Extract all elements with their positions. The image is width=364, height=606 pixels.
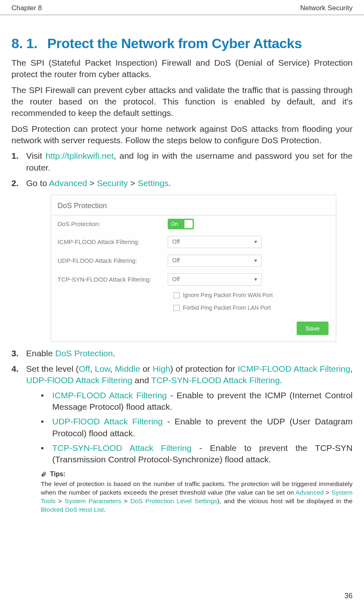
page-content: 8. 1.Protect the Network from Cyber Atta… — [0, 15, 364, 514]
bullet-list: ICMP-FLOOD Attack Filtering - Enable to … — [41, 390, 353, 466]
section-heading: 8. 1.Protect the Network from Cyber Atta… — [11, 36, 353, 51]
tips-label: Tips: — [41, 470, 353, 479]
chevron-down-icon: ▾ — [254, 257, 257, 264]
setting-label: DoS Protection: — [58, 220, 168, 228]
keyword: DoS Protection — [55, 349, 113, 358]
setting-row-udp: UDP-FLOOD Attack Filtering: Off ▾ — [51, 251, 336, 270]
icmp-select[interactable]: Off ▾ — [168, 236, 262, 248]
lan-checkbox[interactable] — [173, 305, 180, 311]
tips-text: The level of protection is based on the … — [41, 480, 353, 514]
paragraph: The SPI (Stateful Packet Inspection) Fir… — [11, 57, 353, 80]
step-item: 3. Enable DoS Protection. — [11, 348, 353, 359]
dos-toggle[interactable]: On — [168, 219, 194, 229]
keyword: Blocked DoS Host List — [41, 506, 104, 513]
setting-label: ICMP-FLOOD Attack Filtering: — [58, 238, 168, 246]
save-button[interactable]: Save — [297, 322, 328, 335]
chevron-down-icon: ▾ — [254, 238, 257, 246]
nav-keyword: Security — [97, 178, 128, 188]
keyword: UDP-FlOOD Attack Filtering — [26, 375, 132, 385]
step-item: 4. Set the level (Off, Low, Middle or Hi… — [11, 363, 353, 514]
paragraph: The SPI Firewall can prevent cyber attac… — [11, 84, 353, 119]
dos-protection-panel: DoS Protection DoS Protection: On ICMP-F… — [51, 195, 336, 342]
select-value: Off — [172, 257, 180, 264]
setting-row-dos: DoS Protection: On — [51, 215, 336, 233]
keyword: DoS Protection Level Settings — [130, 497, 217, 504]
setting-label: TCP-SYN-FLOOD Attack Filtering: — [58, 275, 168, 284]
keyword: Low — [95, 364, 110, 373]
step-number: 3. — [11, 348, 19, 359]
keyword: ICMP-FLOOD Attack Filtering — [237, 364, 350, 373]
step-number: 1. — [11, 150, 19, 162]
page-number: 36 — [344, 592, 353, 600]
step-number: 2. — [11, 178, 19, 189]
keyword: TCP-SYN-FLOOD Attack Filtering — [151, 375, 280, 385]
header-title: Network Security — [300, 4, 353, 12]
paperclip-icon — [41, 471, 47, 477]
setting-label: UDP-FLOOD Attack Filtering: — [58, 257, 168, 265]
checkbox-label: Forbid Ping Packet From LAN Port — [183, 304, 271, 312]
chevron-down-icon: ▾ — [254, 275, 257, 283]
paragraph: DoS Protection can protect your home net… — [11, 123, 353, 147]
keyword: ICMP-FLOOD Attack Filtering — [52, 391, 167, 400]
setting-row-icmp: ICMP-FLOOD Attack Filtering: Off ▾ — [51, 233, 336, 251]
keyword: TCP-SYN-FLOOD Attack Filtering — [52, 443, 191, 453]
wan-checkbox[interactable] — [173, 292, 180, 298]
step-text: Go to — [26, 178, 49, 188]
step-item: 2. Go to Advanced > Security > Settings.… — [11, 178, 353, 342]
chapter-label: Chapter 8 — [11, 4, 42, 12]
keyword: Advanced — [295, 489, 324, 496]
udp-select[interactable]: Off ▾ — [168, 255, 262, 267]
list-item: ICMP-FLOOD Attack Filtering - Enable to … — [41, 390, 353, 413]
tips-label-text: Tips: — [50, 471, 65, 477]
step-text: Visit — [26, 151, 46, 160]
panel-title: DoS Protection — [51, 195, 336, 215]
step-item: 1. Visit http://tplinkwifi.net, and log … — [11, 150, 353, 173]
select-value: Off — [172, 238, 180, 246]
save-row: Save — [51, 314, 336, 342]
tips-block: Tips: The level of protection is based o… — [41, 470, 353, 514]
list-item: TCP-SYN-FLOOD Attack Filtering - Enable … — [41, 442, 353, 466]
keyword: Middle — [115, 364, 140, 373]
step-text: Enable — [26, 349, 55, 358]
steps-list: 1. Visit http://tplinkwifi.net, and log … — [11, 150, 353, 514]
keyword: High — [153, 364, 170, 373]
checkbox-label: Ignore Ping Packet From WAN Port — [183, 291, 273, 299]
select-value: Off — [172, 275, 180, 283]
url-link[interactable]: http://tplinkwifi.net — [46, 151, 114, 160]
tcp-select[interactable]: Off ▾ — [168, 273, 262, 286]
checkbox-row-wan: Ignore Ping Packet From WAN Port — [51, 289, 336, 302]
setting-row-tcp: TCP-SYN-FLOOD Attack Filtering: Off ▾ — [51, 270, 336, 289]
nav-keyword: Settings — [138, 178, 169, 188]
section-title: Protect the Network from Cyber Attacks — [47, 36, 302, 51]
nav-keyword: Advanced — [49, 178, 87, 188]
checkbox-row-lan: Forbid Ping Packet From LAN Port — [51, 302, 336, 314]
step-number: 4. — [11, 363, 19, 375]
list-item: UDP-FlOOD Attack Filtering - Enable to p… — [41, 416, 353, 439]
page-header: Chapter 8 Network Security — [0, 0, 364, 15]
section-number: 8. 1. — [11, 36, 38, 51]
keyword: Off — [79, 364, 90, 373]
keyword: System Parameters — [65, 497, 121, 504]
keyword: UDP-FlOOD Attack Filtering — [52, 417, 163, 426]
